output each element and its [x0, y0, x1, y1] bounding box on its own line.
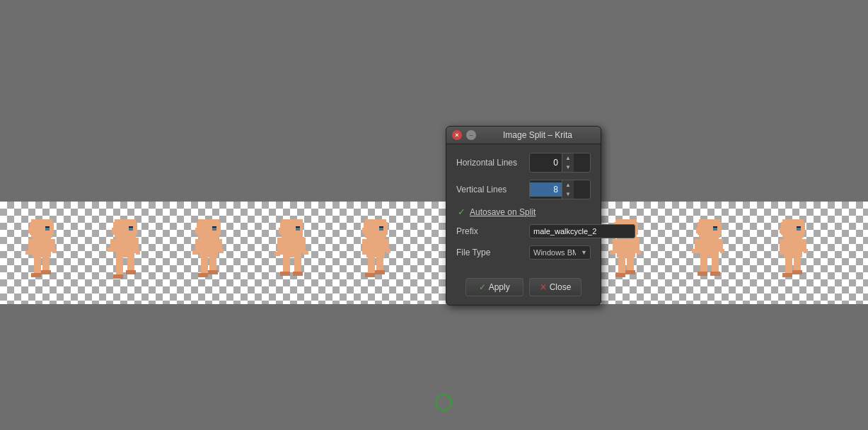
- vertical-lines-arrows: ▲ ▼: [562, 180, 574, 199]
- close-x-icon: ✕: [540, 282, 547, 292]
- svg-rect-21: [116, 238, 134, 257]
- svg-rect-137: [780, 239, 784, 255]
- svg-rect-6: [33, 238, 51, 257]
- cursor-indicator: [434, 393, 453, 412]
- svg-rect-43: [198, 273, 208, 277]
- svg-rect-135: [780, 228, 782, 233]
- svg-rect-48: [296, 226, 300, 228]
- svg-rect-114: [625, 270, 635, 274]
- dialog-titlebar: × – Image Split – Krita: [446, 127, 601, 144]
- sprite-frame-9: [668, 214, 751, 292]
- horizontal-lines-up[interactable]: ▲: [562, 153, 574, 163]
- svg-rect-23: [108, 248, 113, 252]
- svg-rect-57: [280, 272, 290, 276]
- autosave-row[interactable]: ✓ Autosave on Split: [456, 207, 591, 217]
- sprite-frame-4: [250, 214, 334, 292]
- svg-rect-52: [274, 252, 280, 256]
- svg-rect-11: [34, 257, 41, 274]
- svg-rect-110: [637, 250, 641, 255]
- svg-rect-119: [713, 226, 717, 228]
- svg-rect-36: [199, 238, 218, 257]
- svg-rect-25: [136, 250, 140, 255]
- svg-rect-26: [116, 257, 123, 277]
- file-type-label: File Type: [456, 248, 523, 257]
- dialog-close-button[interactable]: ×: [452, 130, 462, 140]
- dialog-minimize-button[interactable]: –: [466, 130, 476, 140]
- svg-rect-44: [208, 270, 218, 274]
- horizontal-lines-down[interactable]: ▼: [562, 163, 574, 172]
- autosave-checkmark: ✓: [458, 207, 465, 217]
- sprite-frame-5: [334, 214, 417, 292]
- sprite-frame-3: [167, 214, 250, 292]
- svg-rect-68: [386, 249, 390, 253]
- svg-rect-61: [386, 222, 388, 235]
- svg-rect-64: [362, 228, 365, 233]
- svg-rect-35: [195, 228, 198, 233]
- autosave-label: Autosave on Split: [470, 207, 536, 217]
- prefix-input[interactable]: male_walkcycle_2: [529, 224, 635, 238]
- sprite-frame-2: [83, 214, 167, 292]
- svg-rect-12: [42, 257, 50, 272]
- svg-rect-38: [192, 250, 198, 255]
- svg-rect-5: [28, 228, 31, 233]
- svg-rect-17: [136, 222, 137, 235]
- svg-rect-54: [303, 250, 308, 255]
- svg-rect-63: [379, 226, 383, 228]
- vertical-lines-input[interactable]: 8: [530, 182, 562, 197]
- svg-rect-121: [700, 238, 719, 257]
- close-label: Close: [550, 282, 572, 292]
- prefix-label: Prefix: [456, 226, 523, 236]
- svg-rect-117: [720, 222, 722, 235]
- horizontal-lines-row: Horizontal Lines 0 ▲ ▼: [456, 153, 591, 173]
- file-type-select[interactable]: Windows BMP i PNG JPEG TIFF: [529, 245, 591, 260]
- svg-rect-142: [782, 273, 792, 277]
- svg-rect-113: [615, 273, 625, 277]
- svg-rect-34: [212, 226, 216, 228]
- svg-rect-71: [365, 273, 375, 277]
- vertical-lines-up[interactable]: ▲: [562, 180, 574, 190]
- horizontal-lines-label: Horizontal Lines: [456, 158, 523, 168]
- svg-rect-19: [129, 226, 133, 228]
- horizontal-lines-spinbox: 0 ▲ ▼: [529, 153, 591, 173]
- svg-rect-20: [112, 228, 115, 233]
- sprite-frame-10: [751, 214, 835, 292]
- svg-rect-66: [362, 239, 366, 255]
- svg-rect-72: [375, 270, 385, 274]
- prefix-row: Prefix male_walkcycle_2: [456, 224, 591, 238]
- svg-rect-58: [293, 272, 303, 276]
- sprite-frame-1: [0, 214, 83, 292]
- svg-rect-65: [366, 238, 385, 257]
- svg-rect-128: [698, 272, 707, 276]
- svg-rect-4: [45, 226, 50, 228]
- close-dialog-button[interactable]: ✕ Close: [529, 278, 582, 296]
- svg-rect-50: [283, 238, 301, 257]
- svg-rect-49: [279, 228, 282, 233]
- svg-rect-28: [113, 274, 123, 279]
- apply-check-icon: ✓: [479, 282, 486, 292]
- svg-rect-102: [637, 222, 638, 235]
- dialog-body: Horizontal Lines 0 ▲ ▼ Vertical Lines 8 …: [446, 144, 601, 275]
- svg-rect-136: [784, 238, 802, 257]
- svg-rect-10: [52, 249, 57, 253]
- file-type-select-wrapper: Windows BMP i PNG JPEG TIFF ▼: [529, 245, 591, 260]
- apply-label: Apply: [489, 282, 510, 292]
- apply-button[interactable]: ✓ Apply: [465, 278, 523, 296]
- svg-rect-32: [219, 222, 221, 235]
- svg-rect-13: [31, 273, 41, 277]
- vertical-lines-down[interactable]: ▼: [562, 190, 574, 199]
- svg-rect-132: [804, 222, 805, 235]
- sprite-strip: [0, 202, 868, 304]
- svg-rect-129: [710, 272, 720, 276]
- svg-rect-143: [792, 270, 802, 274]
- vertical-lines-label: Vertical Lines: [456, 185, 523, 194]
- svg-rect-120: [696, 228, 699, 233]
- file-type-row: File Type Windows BMP i PNG JPEG TIFF ▼: [456, 245, 591, 260]
- vertical-lines-spinbox: 8 ▲ ▼: [529, 180, 591, 199]
- svg-rect-108: [610, 250, 615, 255]
- horizontal-lines-arrows: ▲ ▼: [562, 153, 574, 172]
- svg-rect-106: [617, 238, 635, 257]
- svg-rect-139: [804, 249, 808, 253]
- horizontal-lines-input[interactable]: 0: [530, 156, 562, 170]
- image-split-dialog: × – Image Split – Krita Horizontal Lines…: [446, 126, 601, 306]
- vertical-lines-row: Vertical Lines 8 ▲ ▼: [456, 180, 591, 199]
